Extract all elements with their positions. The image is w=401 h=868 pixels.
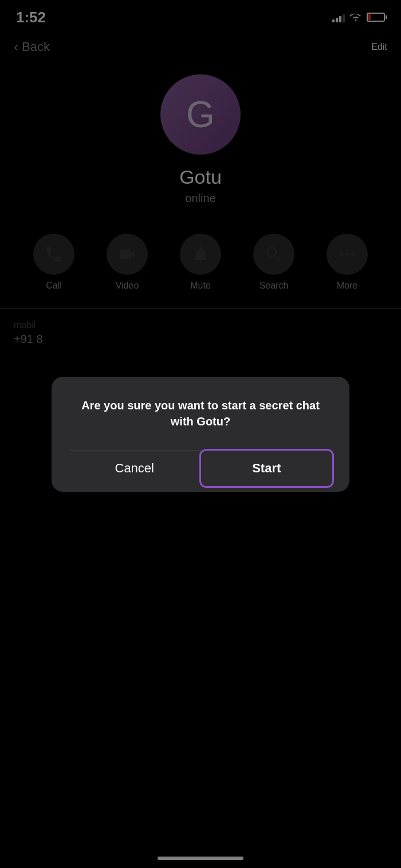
dialog-overlay: Are you sure you want to start a secret …: [0, 0, 401, 868]
start-button[interactable]: Start: [199, 449, 335, 488]
confirmation-dialog: Are you sure you want to start a secret …: [52, 377, 349, 492]
dialog-buttons: Cancel Start: [69, 450, 332, 486]
dialog-message: Are you sure you want to start a secret …: [69, 397, 332, 429]
cancel-button[interactable]: Cancel: [69, 451, 201, 486]
